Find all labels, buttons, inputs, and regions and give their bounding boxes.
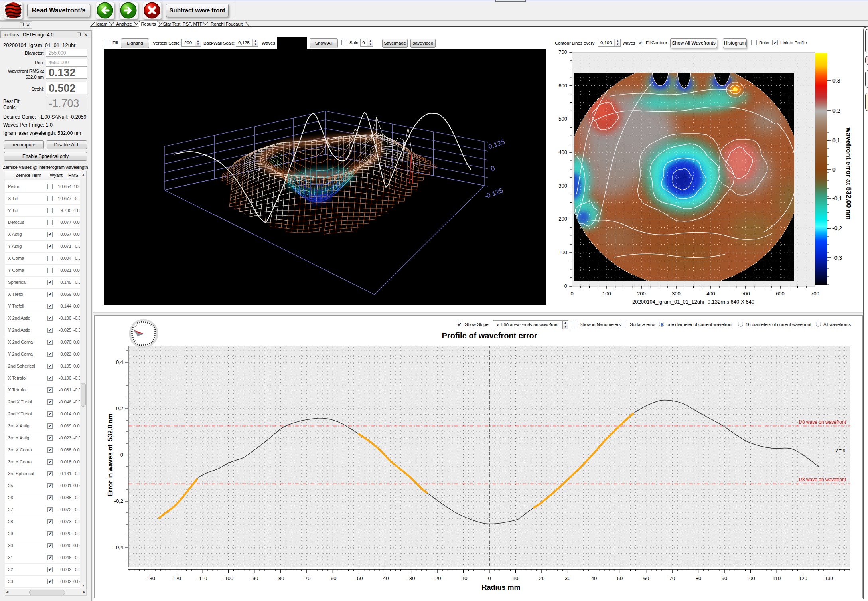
svg-text:0: 0 <box>832 166 836 173</box>
svg-text:500: 500 <box>558 116 567 122</box>
svg-text:wavefront error at 532.00 nm: wavefront error at 532.00 nm <box>845 127 852 219</box>
svg-text:200: 200 <box>558 216 567 222</box>
svg-text:-130: -130 <box>145 575 155 581</box>
svg-text:Ronchi Foucault: Ronchi Foucault <box>211 22 243 26</box>
svg-text:30: 30 <box>565 575 570 581</box>
svg-text:-20: -20 <box>434 575 441 581</box>
svg-text:-70: -70 <box>303 575 311 581</box>
svg-text:-0,2: -0,2 <box>114 498 123 504</box>
svg-text:Radius mm: Radius mm <box>481 583 520 591</box>
svg-text:110: 110 <box>773 575 781 581</box>
svg-text:70: 70 <box>669 575 675 581</box>
svg-text:130: 130 <box>825 575 833 581</box>
svg-text:0,2: 0,2 <box>116 405 123 411</box>
svg-text:500: 500 <box>741 291 750 297</box>
svg-text:-10: -10 <box>460 575 468 581</box>
svg-text:Star Test, PSF, MTF: Star Test, PSF, MTF <box>163 22 203 26</box>
svg-text:-100: -100 <box>223 575 233 581</box>
svg-text:-50: -50 <box>355 575 363 581</box>
svg-text:40: 40 <box>591 575 597 581</box>
svg-text:igram: igram <box>96 22 107 26</box>
svg-text:400: 400 <box>558 149 567 155</box>
svg-text:0: 0 <box>488 575 491 581</box>
svg-text:-30: -30 <box>408 575 415 581</box>
svg-text:0,1: 0,1 <box>832 137 840 144</box>
svg-text:-60: -60 <box>329 575 337 581</box>
svg-text:600: 600 <box>776 291 785 297</box>
svg-text:100: 100 <box>558 249 567 255</box>
svg-text:Analyze: Analyze <box>116 22 132 26</box>
svg-text:0: 0 <box>120 452 123 458</box>
svg-text:-90: -90 <box>251 575 258 581</box>
svg-text:700: 700 <box>558 50 567 55</box>
svg-text:-120: -120 <box>171 575 181 581</box>
svg-text:600: 600 <box>558 83 567 89</box>
svg-text:0,4: 0,4 <box>116 359 123 365</box>
svg-text:400: 400 <box>706 291 715 297</box>
svg-text:700: 700 <box>811 291 819 297</box>
svg-text:10: 10 <box>513 575 518 581</box>
svg-text:-80: -80 <box>277 575 284 581</box>
svg-text:300: 300 <box>558 183 567 189</box>
svg-text:0,3: 0,3 <box>832 77 840 84</box>
svg-text:200: 200 <box>637 291 646 297</box>
svg-text:20: 20 <box>539 575 544 581</box>
svg-text:100: 100 <box>746 575 755 581</box>
svg-text:300: 300 <box>672 291 681 297</box>
svg-text:0: 0 <box>564 283 567 289</box>
svg-text:-0,1: -0,1 <box>832 195 842 202</box>
svg-text:80: 80 <box>696 575 701 581</box>
svg-text:-0,3: -0,3 <box>832 255 842 261</box>
svg-text:1/8 wave on wavefront: 1/8 wave on wavefront <box>798 477 846 482</box>
svg-text:Results: Results <box>141 22 156 26</box>
svg-text:1/8 wave on wavefront: 1/8 wave on wavefront <box>798 419 846 425</box>
svg-text:0,2: 0,2 <box>832 107 840 114</box>
svg-text:20200104_igram_01_01_12uhr 0.: 20200104_igram_01_01_12uhr 0.132rms 640 … <box>632 299 754 305</box>
svg-text:-40: -40 <box>381 575 389 581</box>
svg-text:y = 0: y = 0 <box>836 448 845 453</box>
svg-text:90: 90 <box>722 575 727 581</box>
svg-text:-110: -110 <box>197 575 207 581</box>
svg-text:50: 50 <box>617 575 623 581</box>
svg-text:120: 120 <box>799 575 807 581</box>
svg-text:100: 100 <box>602 291 611 297</box>
svg-text:60: 60 <box>643 575 649 581</box>
svg-text:Error in waves of 532.0 nm: Error in waves of 532.0 nm <box>107 413 114 496</box>
svg-text:0: 0 <box>570 291 573 297</box>
svg-text:-0,2: -0,2 <box>832 225 842 231</box>
svg-text:-0,4: -0,4 <box>114 544 123 550</box>
